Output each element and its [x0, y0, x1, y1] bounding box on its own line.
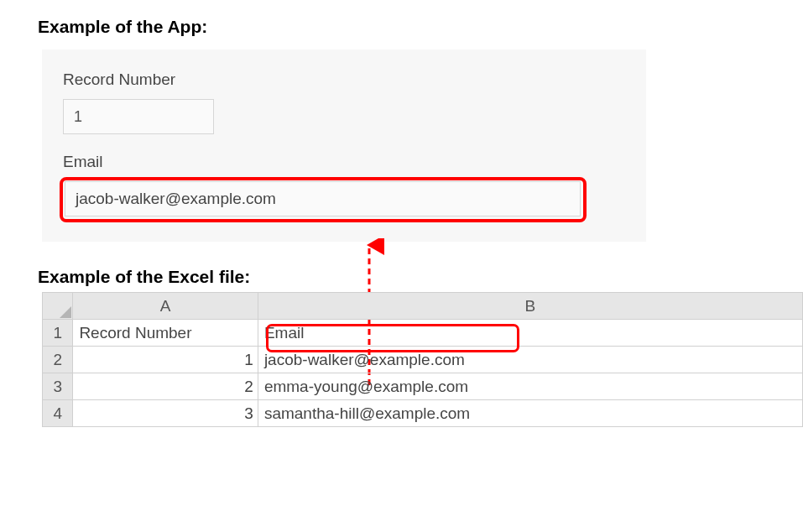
app-section-title: Example of the App: [38, 17, 803, 37]
row-header[interactable]: 2 [43, 347, 73, 373]
col-header-b[interactable]: B [258, 293, 802, 320]
svg-marker-2 [60, 306, 71, 318]
cell-a1[interactable]: Record Number [73, 320, 258, 347]
excel-corner-cell[interactable] [43, 293, 73, 320]
cell-b2[interactable]: jacob-walker@example.com [258, 347, 802, 373]
row-header[interactable]: 3 [43, 373, 73, 400]
cell-a3[interactable]: 2 [73, 373, 258, 400]
row-header[interactable]: 4 [43, 400, 73, 427]
email-value: jacob-walker@example.com [65, 181, 581, 216]
col-header-a[interactable]: A [73, 293, 258, 320]
email-field: Email jacob-walker@example.com [63, 153, 646, 216]
row-header[interactable]: 1 [43, 320, 73, 347]
cell-a4[interactable]: 3 [73, 400, 258, 427]
record-number-value: 1 [63, 99, 214, 134]
app-example-panel: Record Number 1 Email jacob-walker@examp… [42, 50, 646, 242]
cell-b1[interactable]: Email [258, 320, 802, 347]
record-number-field: Record Number 1 [63, 70, 646, 134]
cell-a2[interactable]: 1 [73, 347, 258, 373]
record-number-label: Record Number [63, 70, 646, 89]
email-label: Email [63, 153, 646, 171]
cell-b4[interactable]: samantha-hill@example.com [258, 400, 802, 427]
cell-b3[interactable]: emma-young@example.com [258, 373, 802, 400]
excel-section-title: Example of the Excel file: [38, 267, 803, 287]
excel-table: A B 1 Record Number Email 2 1 jacob-walk… [42, 292, 803, 427]
